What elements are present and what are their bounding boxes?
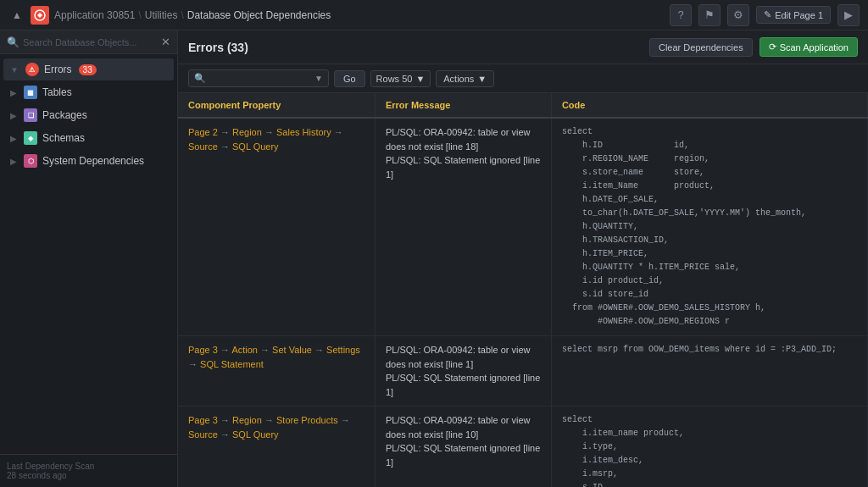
cell-code: select msrp from OOW_DEMO_items where id… [551,336,867,407]
errors-icon: ⚠ [25,63,39,76]
content-title: Errors (33) [188,41,643,54]
table-row: Page 3 → Action → Set Value → Settings →… [178,336,868,407]
packages-icon: ❑ [24,108,37,122]
settings-icon-btn[interactable]: ⚙ [727,4,749,26]
search-dropdown-icon[interactable]: ▼ [314,74,323,83]
sidebar-item-errors[interactable]: ▼ ⚠ Errors 33 [3,58,174,80]
errors-label: Errors [44,64,72,75]
sidebar-items-list: ▼ ⚠ Errors 33 ▶ ▦ Tables ▶ ❑ Packages [0,54,177,454]
schemas-icon: ◈ [24,131,37,145]
topbar: ▲ Application 30851 \ Utilities \ Databa… [0,0,868,30]
sidebar-item-tables[interactable]: ▶ ▦ Tables [3,81,174,103]
sidebar-item-schemas[interactable]: ▶ ◈ Schemas [3,127,174,149]
cell-code: select i.item_name product, i.type, i.it… [551,407,867,488]
help-icon-btn[interactable]: ? [670,4,692,26]
breadcrumb-current: Database Object Dependencies [187,9,331,21]
cell-component: Page 3 → Action → Set Value → Settings →… [178,336,375,407]
table-row: Page 3 → Region → Store Products → Sourc… [178,407,868,488]
search-icon: 🔍 [7,36,19,48]
filter-input[interactable] [209,74,311,84]
breadcrumb-sep1: \ [138,9,141,21]
search-filter-icon: 🔍 [194,73,206,84]
scan-application-button[interactable]: ⟳ Scan Application [760,37,858,57]
actions-menu-button[interactable]: Actions ▼ [436,70,494,87]
expand-icon: ▼ [10,65,19,75]
bookmark-icon-btn[interactable]: ⚑ [698,4,721,26]
sysdeps-label: System Dependencies [42,155,144,167]
edit-icon: ✎ [764,9,771,20]
sidebar-footer: Last Dependency Scan 28 seconds ago [0,454,177,487]
actions-dropdown-icon: ▼ [477,74,487,84]
last-scan-time: 28 seconds ago [7,471,170,480]
breadcrumb-sep2: \ [181,9,183,21]
cell-error: PL/SQL: ORA-00942: table or view does no… [375,407,551,488]
rows-selector[interactable]: Rows 50 ▼ [370,70,431,87]
play-icon-btn[interactable]: ▶ [837,4,860,26]
col-error-message: Error Message [375,93,551,118]
rows-dropdown-icon: ▼ [415,74,425,84]
col-component-property: Component Property [178,93,375,118]
clear-dependencies-button[interactable]: Clear Dependencies [649,38,753,57]
tables-icon: ▦ [24,86,37,99]
scan-icon: ⟳ [769,42,776,53]
expand-icon-schemas: ▶ [10,134,17,143]
sidebar-item-system-deps[interactable]: ▶ ⬡ System Dependencies [3,150,174,172]
cell-error: PL/SQL: ORA-00942: table or view does no… [375,118,551,336]
search-input[interactable] [23,37,158,47]
scan-label: Scan Application [780,42,849,53]
rows-label: Rows 50 [376,74,413,84]
last-scan-label: Last Dependency Scan [7,462,170,471]
table-header-row: Component Property Error Message Code [178,93,868,118]
breadcrumb-app[interactable]: Application 30851 [54,9,135,21]
sidebar-search-bar: 🔍 ✕ [0,30,177,54]
schemas-label: Schemas [42,132,85,144]
cell-code: select h.ID id, r.REGION_NAME region, s.… [551,118,867,336]
content-toolbar: 🔍 ▼ Go Rows 50 ▼ Actions ▼ [178,64,868,93]
table-row: Page 2 → Region → Sales History → Source… [178,118,868,336]
col-code: Code [551,93,867,118]
cell-component: Page 3 → Region → Store Products → Sourc… [178,407,375,488]
sysdeps-icon: ⬡ [24,154,37,168]
errors-table-container: Component Property Error Message Code Pa… [178,93,868,487]
back-icon[interactable]: ▲ [8,7,25,24]
expand-icon-packages: ▶ [10,111,17,120]
content-area: Errors (33) Clear Dependencies ⟳ Scan Ap… [178,30,868,487]
main-layout: 🔍 ✕ ▼ ⚠ Errors 33 ▶ ▦ Tables ▶ [0,30,868,487]
cell-error: PL/SQL: ORA-00942: table or view does no… [375,336,551,407]
go-button[interactable]: Go [334,70,365,87]
expand-icon-sysdeps: ▶ [10,157,17,166]
tables-label: Tables [42,86,72,98]
cell-component: Page 2 → Region → Sales History → Source… [178,118,375,336]
topbar-actions: ? ⚑ ⚙ ✎ Edit Page 1 ▶ [670,4,860,26]
packages-label: Packages [42,109,87,121]
edit-page-button[interactable]: ✎ Edit Page 1 [756,6,831,24]
sidebar: 🔍 ✕ ▼ ⚠ Errors 33 ▶ ▦ Tables ▶ [0,30,178,487]
expand-icon-tables: ▶ [10,88,17,97]
content-header: Errors (33) Clear Dependencies ⟳ Scan Ap… [178,30,868,64]
filter-search-box: 🔍 ▼ [188,69,329,87]
errors-badge: 33 [79,64,97,75]
errors-table: Component Property Error Message Code Pa… [178,93,868,487]
breadcrumb: Application 30851 \ Utilities \ Database… [54,9,331,21]
actions-label: Actions [443,74,474,84]
edit-page-label: Edit Page 1 [775,10,823,20]
breadcrumb-utilities[interactable]: Utilities [145,9,178,21]
clear-search-icon[interactable]: ✕ [161,36,170,48]
sidebar-item-packages[interactable]: ▶ ❑ Packages [3,104,174,126]
app-logo [31,6,49,25]
